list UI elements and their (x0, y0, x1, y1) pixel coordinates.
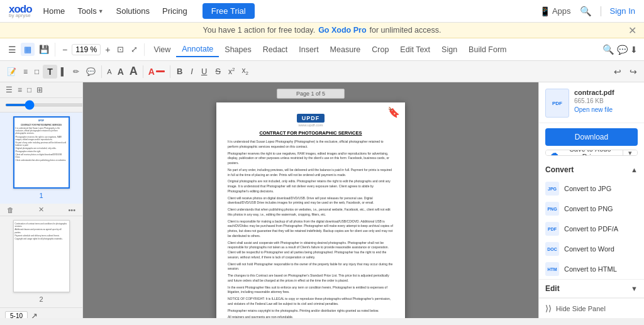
hide-sidebar-icon: ⟩⟩ (545, 304, 552, 313)
nav-solutions[interactable]: Solutions (116, 6, 150, 16)
nav-pricing[interactable]: Pricing (162, 6, 187, 16)
edit-section-header[interactable]: Edit ▼ (539, 280, 644, 297)
bookmark-icon[interactable]: 🔖 (387, 106, 400, 118)
right-sidebar: PDF contract.pdf 665.16 KB Open new file… (538, 82, 644, 318)
filesize: 665.16 KB (574, 97, 614, 104)
thumbnail-sidebar: ☰ ≡ □ ⊞ + UPDF CONTRACT FOR PHOTOGRAPHIC… (0, 82, 83, 318)
page-go-btn[interactable]: ↗ (30, 311, 38, 318)
convert-html-label: Convert to HTML (564, 265, 617, 273)
convert-png-label: Convert to PNG (564, 205, 613, 212)
search-button[interactable]: 🔍 (580, 6, 592, 17)
zoom-out-button[interactable]: − (60, 43, 70, 56)
top-nav: xodo by apryse Home Tools▼ Solutions Pri… (0, 0, 644, 23)
tab-insert[interactable]: Insert (293, 43, 324, 57)
sign-in-link[interactable]: Sign In (610, 6, 635, 16)
text-subscript-btn[interactable]: x2 (238, 65, 251, 77)
expand-button[interactable]: ⤢ (128, 43, 140, 55)
font-size-medium-btn[interactable]: A (115, 65, 126, 78)
save-to-drive-btn[interactable]: ☁ Save to Xodo Drive (546, 150, 623, 156)
text-italic-btn[interactable]: I (187, 65, 197, 78)
doc-para-12: Photographer retains copyright to the ph… (228, 309, 394, 314)
zoom-value[interactable]: 119 % (72, 44, 101, 55)
promo-close-button[interactable]: ✕ (628, 25, 636, 36)
thumb-ctrl-4[interactable]: ⊞ (35, 84, 45, 96)
sub-tool-pen[interactable]: ✏ (70, 65, 82, 78)
thumbnail-panel-button[interactable]: ▦ (21, 43, 35, 56)
doc-logo: UPDF (297, 114, 325, 123)
zoom-in-button[interactable]: + (103, 43, 113, 56)
convert-pdfa-label: Convert to PDF/A (564, 225, 618, 233)
convert-chevron-up-icon: ▲ (631, 166, 638, 174)
sub-tool-rect[interactable]: □ (31, 65, 42, 78)
sub-tool-text-active[interactable]: T (43, 65, 57, 79)
thumb-ctrl-3[interactable]: □ (25, 84, 33, 96)
save-to-drive-chevron[interactable]: ▾ (623, 150, 637, 156)
text-strikethrough-btn[interactable]: S (211, 65, 225, 78)
doc-area: Page 1 of 5 🔖 UPDF www.updf.com CONTRACT… (83, 82, 538, 318)
menu-button[interactable]: ☰ (5, 43, 19, 57)
nav-home[interactable]: Home (43, 6, 65, 16)
doc-para-6: Client is responsible for making a backu… (228, 219, 394, 239)
color-btn[interactable]: A (146, 65, 167, 78)
thumb-page-1[interactable]: UPDF CONTRACT FOR PHOTOGRAPHIC SERVICES … (0, 113, 82, 204)
text-bold-btn[interactable]: B (173, 65, 186, 78)
doc-para-8: Client will not hold Photographer respon… (228, 262, 394, 272)
convert-item-jpg[interactable]: JPG Convert to JPG (539, 179, 644, 199)
tab-redact[interactable]: Redact (257, 43, 294, 57)
tab-annotate[interactable]: Annotate (176, 42, 219, 57)
thumb-delete-btn[interactable]: ✕ (38, 205, 45, 214)
doc-para-10: In the event Photographer files suit to … (228, 285, 394, 295)
search-doc-button[interactable]: 🔍 (602, 44, 614, 55)
sub-tool-comment[interactable]: 💬 (83, 65, 99, 78)
fit-button[interactable]: ⊡ (114, 43, 126, 55)
tab-view[interactable]: View (148, 43, 176, 57)
edit-section: Edit ▼ (539, 280, 644, 298)
tab-measure[interactable]: Measure (325, 43, 367, 57)
text-superscript-btn[interactable]: x2 (225, 65, 238, 77)
convert-item-html[interactable]: HTM Convert to HTML (539, 259, 644, 279)
save-button[interactable]: 💾 (36, 43, 52, 56)
thumb-ctrl-1[interactable]: ☰ (4, 84, 14, 96)
tab-sign[interactable]: Sign (436, 43, 463, 57)
sub-tool-2[interactable]: ≡ (20, 65, 31, 78)
convert-section-header[interactable]: Convert ▲ (539, 161, 644, 179)
free-trial-button[interactable]: Free Trial (203, 3, 255, 19)
thumb-add-before-btn[interactable]: 🗑 (6, 206, 14, 214)
thumb-page-2-label: 2 (39, 295, 43, 303)
doc-para-3: Original photographs are not included, o… (228, 179, 394, 194)
doc-para-1: Photographer reserves the right to use n… (228, 151, 394, 166)
thumb-ctrl-2[interactable]: ≡ (16, 84, 24, 96)
apps-label[interactable]: 📱 Apps (540, 6, 571, 16)
page-input[interactable] (5, 311, 28, 318)
tab-build-form[interactable]: Build Form (463, 43, 512, 57)
tab-crop[interactable]: Crop (366, 43, 394, 57)
convert-item-word[interactable]: DOC Convert to Word (539, 239, 644, 259)
convert-item-png[interactable]: PNG Convert to PNG (539, 199, 644, 219)
chat-button[interactable]: 💬 (617, 45, 628, 55)
sub-tool-1[interactable]: 📝 (4, 65, 19, 78)
redo-button[interactable]: ↪ (626, 65, 640, 78)
doc-para-7: Client shall assist and cooperate with P… (228, 241, 394, 260)
download-button[interactable]: Download (545, 128, 638, 146)
hide-sidebar-row[interactable]: ⟩⟩ Hide Side Panel (539, 298, 644, 318)
promo-bar: You have 1 action for free today. Go Xod… (0, 23, 644, 38)
sub-tool-highlight[interactable]: ▌ (58, 65, 70, 78)
thumb-page-2[interactable]: Continuation of contract terms and condi… (0, 216, 82, 307)
nav-tools[interactable]: Tools▼ (77, 6, 103, 16)
promo-suffix: for unlimited access. (370, 26, 441, 35)
tab-edit-text[interactable]: Edit Text (394, 43, 436, 57)
font-size-small-btn[interactable]: A (104, 67, 114, 77)
download-doc-button[interactable]: ⬇ (630, 45, 638, 55)
undo-button[interactable]: ↩ (611, 65, 625, 78)
doc-para-5: Client understands that when publishing … (228, 207, 394, 218)
promo-link[interactable]: Go Xodo Pro (318, 26, 366, 35)
thumb-size-slider[interactable] (5, 104, 83, 106)
text-underline-btn[interactable]: U (197, 65, 211, 78)
thumb-more-btn[interactable]: ••• (67, 206, 76, 214)
tab-shapes[interactable]: Shapes (219, 43, 257, 57)
logo[interactable]: xodo by apryse (9, 4, 32, 18)
convert-item-pdfa[interactable]: PDF Convert to PDF/A (539, 219, 644, 239)
open-new-file-link[interactable]: Open new file (574, 106, 614, 113)
font-size-large-btn[interactable]: A (127, 63, 140, 79)
convert-jpg-label: Convert to JPG (564, 185, 611, 192)
